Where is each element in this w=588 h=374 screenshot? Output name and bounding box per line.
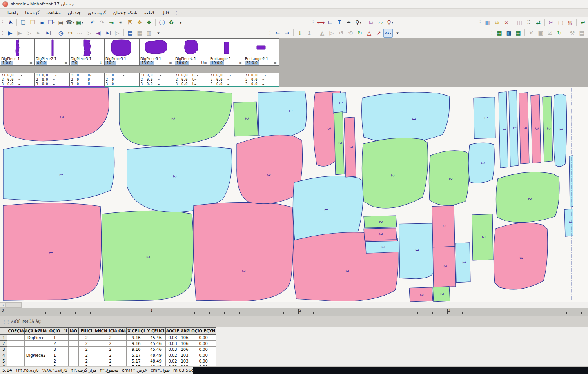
table-row[interactable]: 4DigPiece21225.1748.490.02103.0.00 [0,352,216,358]
shape-tool-button[interactable]: ▱ [376,18,385,27]
stretch-horizontal-button[interactable]: ↔▾ [383,29,393,38]
piece-size-params[interactable]: !10,0=-20,0=-30,0=- [209,73,244,87]
zoom-tool-dropdown-icon[interactable]: ▾ [360,21,361,24]
menu-view[interactable]: مشاهده [43,9,64,16]
print-preview-dropdown-icon[interactable]: ▾ [73,21,74,24]
announce-button[interactable]: ◀ [94,29,103,38]
rotate-piece-button[interactable]: ↻ [355,29,365,38]
table-edit-button[interactable]: ▦ [495,29,504,38]
count-pieces-button[interactable]: ⧉ [367,18,376,27]
split-piece-button[interactable]: ◫ [515,18,524,27]
piece-size-params[interactable]: !10-20-30- [105,73,140,87]
import-pieces-button[interactable]: ⇥ [107,18,116,27]
piece-thumbnail[interactable]: Rectangle 119:0,0=- [209,38,244,66]
piece-thumbnail[interactable]: DigPiece3 17:0U- [70,38,105,66]
menu-layout[interactable]: چیدمان [64,9,84,16]
column-header[interactable]: ˜Ï [62,328,69,335]
column-header[interactable]: äÇã ÞØÚå [25,328,47,335]
move-left-button[interactable]: ← [273,29,282,38]
scrollbar-thumb[interactable] [6,302,22,308]
preview-zoom-button[interactable]: ⚲▾ [385,18,395,27]
probe-tool-button[interactable]: ↗ [374,29,383,38]
pattern-piece[interactable] [362,92,450,143]
piece-size-params[interactable]: !10,0=-20,0=-30,0=- [35,73,70,87]
marker-drawing[interactable]: 3112223213131233122311331322112321133211 [2,87,573,302]
piece-size-params[interactable]: !10,0=-20,0=-30,0=- [244,73,279,87]
run-boxed-button[interactable]: ▶ [43,29,53,38]
zoom-tool-button[interactable]: ⚲▾ [354,18,363,27]
save-file-button[interactable]: ▣ [37,18,47,27]
report-button[interactable]: ▤ [125,29,135,38]
table-config-2-button[interactable]: ▦ [514,29,523,38]
pattern-piece[interactable] [494,223,547,289]
piece-thumbnail[interactable]: DigPiece5 110:0- [105,38,140,66]
column-header[interactable]: ÌäÓ [69,328,79,335]
table-row[interactable]: 33229.1645.460.03106.0.00 [0,347,216,352]
piece-thumbnail[interactable]: DigPiece4 116:0,0U=- [174,38,209,66]
more-row1-left-button[interactable]: ▾ [176,18,185,27]
pattern-piece[interactable] [127,146,232,212]
piece-size-params[interactable]: !10U-20U-30U- [70,73,105,87]
move-right-button[interactable]: → [282,29,292,38]
print-preview-button[interactable]: ☎▾ [65,18,75,27]
move-down-button[interactable]: ↧ [295,29,305,38]
stretch-horizontal-dropdown-icon[interactable]: ▾ [390,31,391,35]
delete-piece-button[interactable]: ⊠ [502,18,511,27]
cut-piece-button[interactable]: ✂ [546,18,556,27]
exit-door-button[interactable]: ⇱ [125,18,135,27]
print-button[interactable]: ▤ [56,18,65,27]
play-boxed-button[interactable]: ▶ [103,29,113,38]
swap-pieces-button[interactable]: ⇄ [534,18,543,27]
open-file-button[interactable]: ❒ [28,18,37,27]
pieces-book-button[interactable]: ▥ [483,18,492,27]
pattern-piece[interactable] [362,138,428,208]
hatch-fill-button[interactable]: ▨ [565,18,575,27]
text-tool-button[interactable]: T [335,18,344,27]
column-header[interactable]: ÓÇíÒ ÈÇÝÑ [191,328,216,335]
piece-thumbnail[interactable]: DigPiece2 14:0,0=- [35,38,70,66]
run-nesting-button[interactable]: ▶ [5,29,15,38]
info-button[interactable]: ⓘ [157,18,167,27]
wrench-button[interactable]: ⚒ [586,29,588,38]
measure-button[interactable]: ⟷ [316,18,325,27]
table-row[interactable]: 1DigPiece1229.1645.460.03106.0.00 [0,335,216,341]
column-header[interactable] [0,328,7,335]
restore-piece-button[interactable]: ↩ [578,18,588,27]
save-all-button[interactable]: ❒▾ [47,18,56,27]
scroll-left-button[interactable]: ‹ [0,302,6,308]
menu-grouping[interactable]: گروه بندي [84,9,110,16]
more-row2-left-button[interactable]: ▾ [154,29,163,38]
pattern-piece[interactable] [3,144,114,201]
column-header[interactable]: Y ÇÈÚÇÏ [146,328,166,335]
open-order-button[interactable]: ❖ [144,18,154,27]
column-header[interactable]: ãÍíØ [180,328,191,335]
pen-tool-button[interactable]: ✒ [344,18,354,27]
save-all-dropdown-icon[interactable]: ▾ [53,21,55,24]
nesting-canvas[interactable]: 3112223213131233122311331322112321133211 [0,87,588,302]
refresh-button[interactable]: ↻ [555,29,564,38]
horizontal-scrollbar[interactable]: ‹ [0,302,588,308]
recycle-button[interactable]: ♻ [167,18,176,27]
run-cut-button[interactable]: ✂ [65,29,75,38]
pattern-piece[interactable] [3,88,109,141]
pattern-piece[interactable] [237,135,303,203]
piece-size-params[interactable]: !10,0=-20,0=-30,0=- [140,73,174,87]
menu-layout-grid[interactable]: شبکه چیدمان [110,9,141,16]
preview-zoom-dropdown-icon[interactable]: ▾ [392,21,393,24]
piece-thumbnail[interactable]: Rectangle2 122:0,0=- [244,38,279,66]
export-excel-button[interactable]: ▦▾ [75,18,84,27]
open-marker-button[interactable]: ❖ [135,18,144,27]
copy-piece-button[interactable]: ⧉ [492,18,502,27]
pattern-piece[interactable] [258,91,307,138]
menu-help[interactable]: راهنما [4,9,22,16]
column-header[interactable]: X ÇÈÚÇÏ [127,328,146,335]
grid-dots-button[interactable]: ⣿ [524,18,534,27]
run-timed-button[interactable]: ◷ [56,29,65,38]
angle-tool-button[interactable]: △ [365,29,374,38]
new-file-button[interactable]: ❏ [18,18,28,27]
column-header[interactable]: ÊÚÏÇÏ [79,328,94,335]
column-header[interactable]: ÓÇíÒ [47,328,62,335]
table-row[interactable]: 22229.1645.460.03106.0.00 [0,341,216,347]
more-row2-mid-button[interactable]: ▾ [393,29,402,38]
piece-size-params[interactable]: !10,0=-20,0=-30,0=- [0,73,35,87]
